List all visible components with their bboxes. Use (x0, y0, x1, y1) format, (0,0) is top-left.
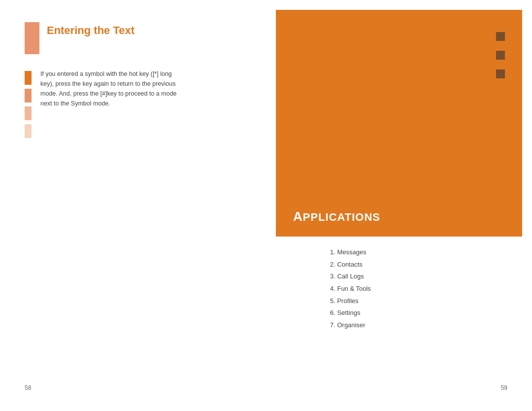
menu-item: 7. Organiser (330, 319, 371, 332)
page-container: Entering the Text If you entered a symbo… (0, 0, 532, 411)
title-accent-bar (25, 22, 39, 54)
menu-item: 2. Contacts (330, 259, 371, 271)
menu-item: 1. Messages (330, 246, 371, 259)
page-number-left: 58 (25, 384, 31, 391)
small-square-1 (496, 32, 505, 41)
left-content: If you entered a symbol with the hot key… (25, 69, 241, 138)
color-bars (25, 71, 32, 138)
left-page: Entering the Text If you entered a symbo… (0, 0, 266, 411)
menu-list: 1. Messages2. Contacts3. Call Logs4. Fun… (330, 246, 371, 332)
small-square-3 (496, 69, 505, 78)
applications-label: APPLICATIONS (293, 209, 380, 224)
applications-letter-a: A (293, 209, 303, 224)
color-bar-2 (25, 89, 32, 103)
small-square-2 (496, 51, 505, 60)
orange-panel: APPLICATIONS (276, 10, 522, 237)
color-bar-3 (25, 106, 32, 120)
applications-rest: PPLICATIONS (303, 211, 380, 223)
color-bar-1 (25, 71, 32, 85)
right-page: APPLICATIONS 1. Messages2. Contacts3. Ca… (266, 0, 532, 411)
page-title: Entering the Text (47, 20, 134, 38)
title-area: Entering the Text (25, 20, 241, 54)
menu-item: 6. Settings (330, 307, 371, 319)
body-text: If you entered a symbol with the hot key… (40, 69, 178, 138)
page-number-right: 59 (501, 384, 507, 391)
menu-item: 5. Profiles (330, 295, 371, 308)
menu-item: 3. Call Logs (330, 271, 371, 283)
color-bar-4 (25, 124, 32, 138)
small-squares (496, 32, 505, 78)
menu-item: 4. Fun & Tools (330, 283, 371, 295)
